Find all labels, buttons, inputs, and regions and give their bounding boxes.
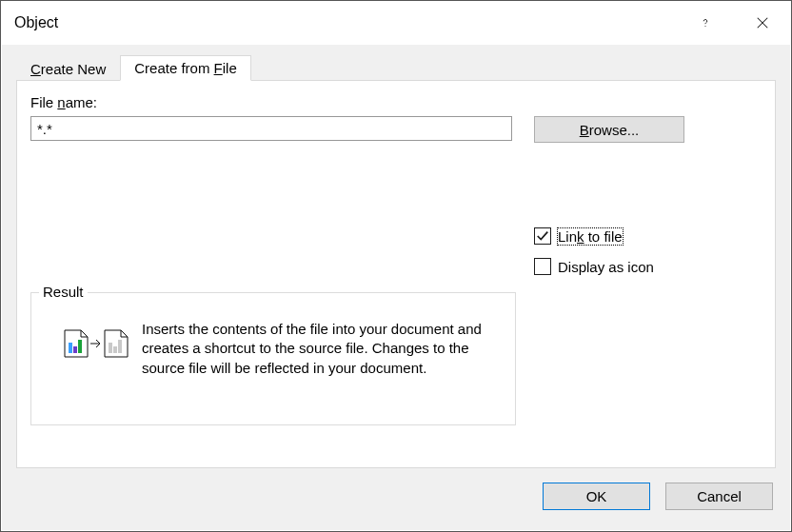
dialog-title: Object xyxy=(14,14,677,31)
file-name-input[interactable] xyxy=(30,116,512,141)
link-to-file-checkbox[interactable] xyxy=(534,227,551,245)
svg-rect-4 xyxy=(73,346,77,353)
titlebar: Object xyxy=(1,1,791,44)
tab-strip: Create New Create from File xyxy=(16,55,776,81)
svg-rect-8 xyxy=(113,346,117,353)
object-dialog: Object Create New Create from File File … xyxy=(0,0,792,532)
svg-point-0 xyxy=(704,25,705,26)
dialog-footer: OK Cancel xyxy=(2,468,790,530)
display-as-icon-label: Display as icon xyxy=(558,259,654,275)
svg-rect-9 xyxy=(118,340,122,353)
result-icon xyxy=(62,327,132,364)
tab-create-from-file[interactable]: Create from File xyxy=(120,55,251,81)
link-to-file-checkbox-row[interactable]: Link to file xyxy=(534,227,623,245)
close-button[interactable] xyxy=(734,1,791,44)
tab-create-new[interactable]: Create New xyxy=(16,55,120,81)
tab-panel: File name: Browse... Link to file Displa… xyxy=(16,80,776,468)
svg-rect-3 xyxy=(69,343,72,353)
display-as-icon-checkbox-row[interactable]: Display as icon xyxy=(534,258,654,275)
browse-button[interactable]: Browse... xyxy=(534,116,684,143)
dialog-body: Create New Create from File File name: B… xyxy=(2,45,790,530)
svg-rect-5 xyxy=(78,340,82,353)
result-group: Result xyxy=(30,292,516,425)
ok-button[interactable]: OK xyxy=(543,483,650,510)
cancel-button[interactable]: Cancel xyxy=(665,483,773,510)
file-name-label: File name: xyxy=(30,94,97,110)
result-legend: Result xyxy=(39,284,88,300)
help-button[interactable] xyxy=(677,1,734,44)
display-as-icon-checkbox[interactable] xyxy=(534,258,551,275)
result-text: Inserts the contents of the file into yo… xyxy=(142,320,502,378)
link-to-file-label: Link to file xyxy=(558,228,623,245)
svg-rect-7 xyxy=(109,343,112,353)
